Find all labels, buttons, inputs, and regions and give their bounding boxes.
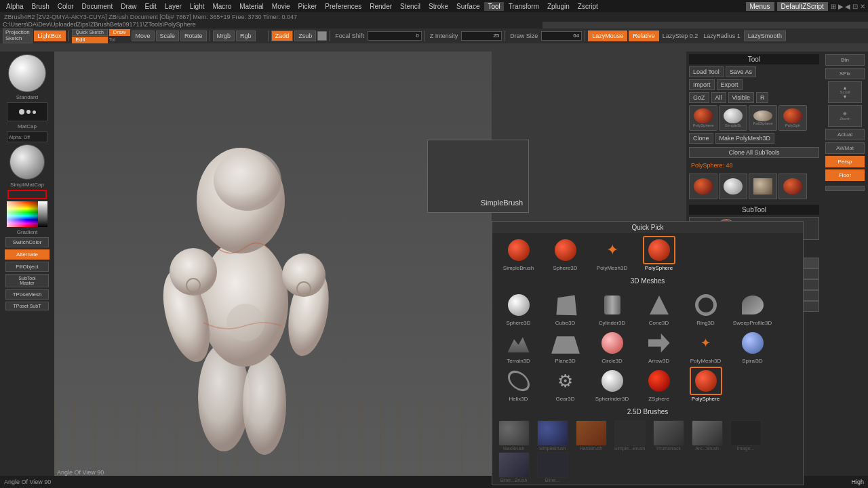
save-as-btn[interactable]: Save As [726,66,756,77]
qp-polysphere[interactable]: PolySphere [637,236,681,271]
tpose-subt-btn[interactable]: TPoset SubT [5,302,49,310]
mesh-circle3d[interactable]: Circle3D [590,329,634,364]
menu-alpha[interactable]: Alpha [3,2,27,11]
menu-movie[interactable]: Movie [269,2,294,11]
menu-layer[interactable]: Layer [161,2,185,11]
draw-btn[interactable]: Draw [109,29,130,36]
brush-image1[interactable]: Image... [727,420,764,451]
subtool-master-btn[interactable]: SubToolMaster [5,274,49,287]
rs-btn1[interactable]: Btn [825,54,865,66]
fill-object-btn[interactable]: FillObject [5,262,49,272]
menu-color[interactable]: Color [54,2,77,11]
mesh-zsphere[interactable]: ZSphere [637,367,681,402]
rs-persp[interactable]: Persp [825,156,865,167]
rs-zoom[interactable]: ⊕ Zoom [828,105,862,127]
load-tool-btn[interactable]: Load Tool [689,66,724,77]
goz-btn[interactable]: GoZ [689,92,709,103]
menu-stencil[interactable]: Stencil [397,2,424,11]
mesh-gear3d[interactable]: ⚙ Gear3D [543,367,587,402]
rs-actual[interactable]: Actual [825,129,865,140]
thumb-fallsphere[interactable]: FallSphere [749,105,777,131]
menu-edit[interactable]: Edit [142,2,160,11]
small-thumb-4[interactable] [778,174,807,199]
all-btn[interactable]: All [711,92,726,103]
mrgb-btn[interactable]: Mrgb [213,30,235,41]
switch-color-btn[interactable]: SwitchColor [5,237,49,247]
menu-macro[interactable]: Macro [209,2,235,11]
qp-sphere3d[interactable]: Sphere3D [543,236,587,271]
color-picker[interactable] [7,201,47,227]
move-btn[interactable]: Move [132,30,155,41]
clone-all-btn[interactable]: Clone All SubTools [689,147,819,158]
menu-zscript[interactable]: Zscript [574,2,601,11]
mesh-plane3d[interactable]: Plane3D [543,329,587,364]
lazymouse-btn[interactable]: LazyMouse [588,30,627,41]
brush-wax[interactable]: WaxBrush [495,420,532,451]
alternate-btn[interactable]: Alternate [5,249,50,260]
mesh-polymesh3d[interactable]: ✦ PolyMesh3D [684,329,728,364]
brush-bline1[interactable]: Bline...Brush [495,452,532,483]
rs-scroll[interactable]: ▲ Scroll ▼ [828,81,862,103]
small-thumb-1[interactable] [689,174,717,199]
menus-button[interactable]: Menus [746,2,774,11]
small-thumb-3[interactable] [749,174,777,199]
mesh-sweep3d[interactable]: SweepProfile3D [730,291,774,326]
quick-sketch-btn[interactable]: Quick Sketch [72,29,108,36]
brush-bline2[interactable]: Bline... [534,452,571,483]
zadd-btn[interactable]: Zadd [271,30,294,41]
make-polymesh-btn[interactable]: Make PolyMesh3D [715,133,775,144]
menu-preferences[interactable]: Preferences [321,2,365,11]
menu-tool[interactable]: Tool [484,2,503,11]
menu-document[interactable]: Document [79,2,117,11]
menu-zplugin[interactable]: Zplugin [544,2,573,11]
relative-btn[interactable]: Relative [629,30,659,41]
mesh-cylinder3d[interactable]: Cylinder3D [590,291,634,326]
lazysmooth-btn[interactable]: LazySmooth [744,30,786,41]
export-btn[interactable]: Export [717,79,743,90]
mesh-ring3d[interactable]: Ring3D [684,291,728,326]
clone-btn[interactable]: Clone [689,133,713,144]
material-preview[interactable] [9,144,45,180]
mesh-spiral3d[interactable]: Spiral3D [730,329,774,364]
menu-transform[interactable]: Transform [505,2,542,11]
mesh-terrain3d[interactable]: Terrain3D [496,329,540,364]
default-script-button[interactable]: DefaultZScript [777,2,828,11]
mesh-cube3d[interactable]: Cube3D [543,291,587,326]
z-intensity-slider[interactable]: 25 [461,31,502,41]
thumb-polymesh1[interactable]: PolySphere [689,105,717,131]
projection-btn[interactable]: ProjectionSketch [3,28,33,43]
qp-simplebrush[interactable]: SimpleBrush [496,236,540,271]
mesh-polysphere[interactable]: PolySphere [684,367,728,402]
tpose-mesh-btn[interactable]: TPoseMesh [5,289,49,300]
visible-btn[interactable]: Visible [728,92,754,103]
draw-size-slider[interactable]: 64 [541,31,582,41]
menu-render[interactable]: Render [366,2,395,11]
lightbox-btn[interactable]: LightBox [34,30,66,41]
rs-extra[interactable] [825,186,865,191]
edit-btn[interactable]: Edit [72,37,108,43]
brush-hard[interactable]: HardBrush [572,420,610,451]
r-btn[interactable]: R [756,92,769,103]
menu-draw[interactable]: Draw [117,2,140,11]
small-thumb-2[interactable] [719,174,747,199]
rs-awmat[interactable]: AWMat [825,142,865,154]
menu-stroke[interactable]: Stroke [425,2,452,11]
menu-picker[interactable]: Picker [295,2,321,11]
brush-preview[interactable] [8,54,46,92]
rotate-btn[interactable]: Rotate [180,30,207,41]
rs-floor[interactable]: Floor [825,169,865,181]
menu-surface[interactable]: Surface [453,2,483,11]
mesh-sphere3d[interactable]: Sphere3D [496,291,540,326]
focal-shift-slider[interactable]: 0 [368,31,422,41]
mesh-helix3d[interactable]: Helix3D [496,367,540,402]
mesh-spherinder3d[interactable]: Spherinder3D [590,367,634,402]
import-btn[interactable]: Import [689,79,715,90]
scale-btn[interactable]: Scale [156,30,180,41]
mesh-cone3d[interactable]: Cone3D [637,291,681,326]
viewport[interactable]: Angle Of View 90 [54,52,492,479]
rgb-btn[interactable]: Rgb [236,30,256,41]
brush-arc[interactable]: Arc...Brush [688,420,726,451]
menu-brush[interactable]: Brush [28,2,53,11]
thumb-polysph2[interactable]: PolySph [778,105,807,131]
mesh-arrow3d[interactable]: Arrow3D [637,329,681,364]
